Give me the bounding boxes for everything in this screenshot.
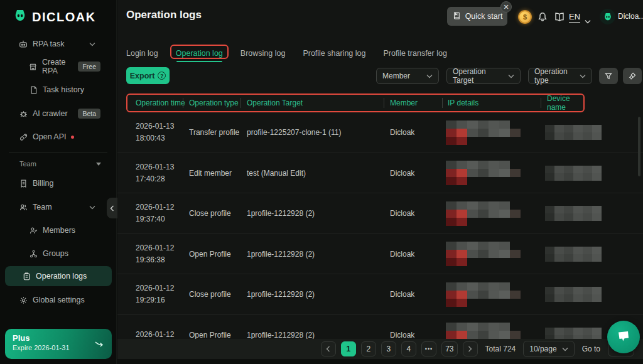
sidebar-item-label: Global settings: [33, 296, 85, 304]
operation-target-filter-dropdown[interactable]: Operation Target: [446, 68, 521, 84]
op-target: 1profile-1212928 (2): [247, 315, 388, 340]
tab-label: Operation log: [176, 49, 223, 58]
chat-bubble-button[interactable]: [607, 321, 640, 353]
sidebar-item-label: Team: [33, 203, 52, 211]
clear-filters-brush-button[interactable]: [623, 68, 642, 84]
redacted-ip: [446, 282, 521, 307]
coin-icon[interactable]: $: [518, 10, 532, 24]
table-row: 2026-01-12 Open Profile 1profile-1212928…: [117, 315, 643, 340]
op-date: 2026-01-12: [136, 242, 174, 254]
api-plug-icon: [18, 132, 28, 142]
filter-funnel-button[interactable]: [599, 68, 618, 84]
plan-card[interactable]: Plus Expire 2026-01-31: [5, 329, 112, 359]
page-size-dropdown[interactable]: 10/page: [523, 341, 574, 357]
column-member[interactable]: Member: [390, 94, 418, 112]
tab-browsing-log[interactable]: Browsing log: [240, 46, 286, 58]
sidebar-item-task-history[interactable]: Task history: [0, 80, 117, 99]
account-name[interactable]: Dicloa...: [618, 12, 643, 21]
filter-label: Member: [382, 72, 410, 80]
sidebar-item-rpa-task[interactable]: RPA task: [0, 35, 117, 53]
column-operation-target[interactable]: Operation Target: [247, 94, 303, 112]
chevron-down-icon[interactable]: [585, 15, 591, 26]
next-page-button[interactable]: [463, 341, 478, 356]
sidebar-item-create-rpa[interactable]: Create RPA Free: [0, 57, 117, 76]
op-date: 2026-01-12: [136, 329, 174, 339]
redacted-device: [545, 247, 602, 262]
redacted-ip: [446, 120, 521, 145]
op-target: 1profile-1212928 (2): [247, 234, 388, 275]
table-row: 2026-01-1318:00:43 Transfer profile prof…: [117, 112, 643, 153]
bell-icon[interactable]: [537, 11, 548, 25]
gear-icon: [18, 296, 28, 305]
sidebar-item-billing[interactable]: Billing: [0, 174, 117, 193]
sidebar-item-label: Create RPA: [42, 58, 78, 75]
sidebar-item-ai-crawler[interactable]: AI crawler Beta: [0, 104, 117, 123]
sidebar-item-groups[interactable]: Groups: [0, 244, 117, 263]
column-operation-time[interactable]: Operation time: [136, 94, 185, 112]
hierarchy-icon: [28, 249, 38, 259]
help-icon: ?: [158, 72, 166, 80]
column-device-name[interactable]: Device name: [547, 94, 585, 112]
sidebar-item-operation-logs[interactable]: Operation logs: [5, 266, 112, 286]
sidebar-section-team[interactable]: Team: [19, 158, 101, 169]
export-button[interactable]: Export ?: [126, 67, 170, 84]
page-button-2[interactable]: 2: [361, 341, 376, 356]
op-member: Dicloak: [390, 153, 443, 194]
table-row: 2026-01-1219:37:40 Close profile 1profil…: [117, 193, 643, 234]
tab-profile-transfer-log[interactable]: Profile transfer log: [383, 46, 446, 58]
op-date: 2026-01-12: [136, 282, 174, 294]
op-date: 2026-01-13: [136, 120, 174, 132]
language-selector[interactable]: EN: [569, 12, 580, 23]
op-member: Dicloak: [390, 193, 443, 234]
pagination-bar: 1 2 3 4 ••• 73 Total 724 10/page Go to: [117, 339, 643, 359]
quick-start-label: Quick start: [465, 12, 503, 21]
store-icon: [28, 62, 38, 72]
op-member: Dicloak: [390, 234, 443, 275]
redacted-device: [545, 287, 602, 302]
receipt-icon: [18, 179, 28, 188]
op-type: Transfer profile: [189, 112, 244, 153]
chevron-down-icon: [89, 40, 95, 48]
dicloak-mask-icon: [13, 8, 28, 26]
brand-logo[interactable]: DICLOAK: [13, 8, 96, 26]
op-time: 19:37:40: [136, 213, 165, 225]
op-member: Dicloak: [390, 112, 443, 153]
page-button-last[interactable]: 73: [441, 341, 457, 356]
op-time: 17:40:28: [136, 173, 165, 185]
chevron-down-icon: [426, 72, 433, 80]
sidebar-item-label: RPA task: [33, 40, 64, 48]
sidebar-item-global-settings[interactable]: Global settings: [0, 291, 117, 309]
op-date: 2026-01-13: [136, 161, 174, 173]
redacted-device: [545, 166, 602, 181]
tab-profile-sharing-log[interactable]: Profile sharing log: [303, 46, 365, 58]
member-filter-dropdown[interactable]: Member: [376, 68, 439, 84]
plan-expire: Expire 2026-01-31: [13, 344, 104, 351]
sidebar-item-members[interactable]: Members: [0, 221, 117, 240]
column-ip-details[interactable]: IP details: [448, 94, 478, 112]
avatar[interactable]: [600, 9, 615, 24]
close-icon[interactable]: ✕: [500, 1, 512, 13]
tab-operation-log[interactable]: Operation log: [176, 46, 223, 58]
total-count: Total 724: [485, 345, 516, 353]
op-target: profile-1225207-clone-1 (11): [247, 112, 388, 153]
sidebar-item-team[interactable]: Team: [0, 198, 117, 217]
sidebar-collapse-button[interactable]: [107, 198, 117, 218]
operation-type-filter-dropdown[interactable]: Operation type: [528, 68, 592, 84]
page-button-4[interactable]: 4: [401, 341, 416, 356]
redacted-ip: [446, 323, 521, 339]
open-book-icon[interactable]: [553, 11, 566, 25]
column-divider: [183, 98, 183, 108]
page-ellipsis-button[interactable]: •••: [421, 341, 436, 356]
tab-login-log[interactable]: Login log: [126, 46, 158, 58]
sidebar-item-open-api[interactable]: Open API: [0, 127, 117, 146]
page-button-1[interactable]: 1: [341, 341, 356, 356]
scrollbar-thumb[interactable]: [638, 117, 640, 176]
page-button-3[interactable]: 3: [381, 341, 396, 356]
column-operation-type[interactable]: Operation type: [189, 94, 239, 112]
book-icon: [452, 11, 461, 22]
export-label: Export: [130, 72, 155, 80]
prev-page-button[interactable]: [321, 341, 336, 356]
op-type: Edit member: [189, 153, 244, 194]
table-row: 2026-01-1219:29:16 Close profile 1profil…: [117, 274, 643, 315]
quick-start-button[interactable]: Quick start: [447, 7, 507, 26]
